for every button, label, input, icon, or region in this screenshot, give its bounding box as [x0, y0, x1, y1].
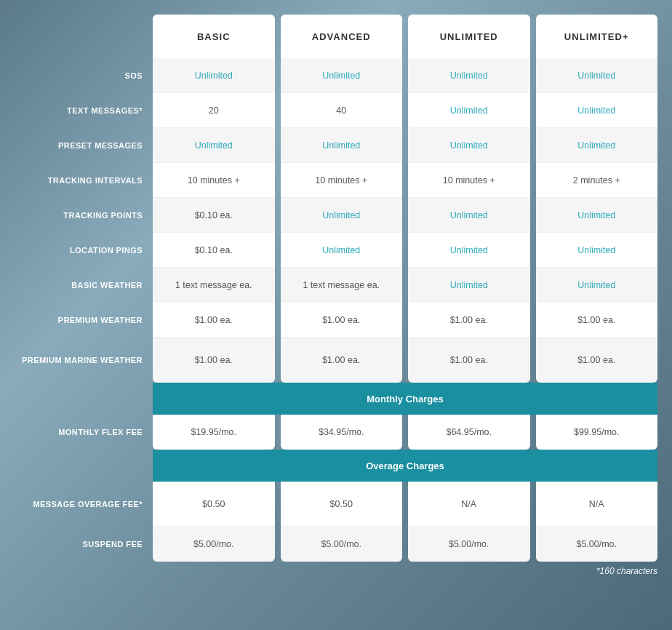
data-cell: $0.10 ea. [153, 198, 275, 233]
plan-header-unlimited: UNLIMITED [408, 15, 530, 58]
data-cell: Unlimited [536, 233, 658, 268]
row-label: MONTHLY FLEX FEE [15, 415, 153, 450]
data-rows: SOSUnlimitedUnlimitedUnlimitedUnlimitedT… [15, 58, 657, 383]
data-cell: Unlimited [536, 198, 658, 233]
row-label: PREMIUM MARINE WEATHER [15, 338, 153, 383]
data-cell: $0.10 ea. [153, 233, 275, 268]
table-row: TRACKING INTERVALS10 minutes +10 minutes… [15, 163, 657, 198]
monthly-header-label: Monthly Charges [153, 385, 657, 413]
data-cell: Unlimited [536, 128, 658, 163]
plan-header-cells: BASIC ADVANCED UNLIMITED UNLIMITED+ [153, 15, 657, 58]
row-cells: $1.00 ea.$1.00 ea.$1.00 ea.$1.00 ea. [153, 338, 657, 383]
data-cell: $5.00/mo. [281, 527, 403, 562]
row-cells: UnlimitedUnlimitedUnlimitedUnlimited [153, 58, 657, 93]
table-row: PRESET MESSAGESUnlimitedUnlimitedUnlimit… [15, 128, 657, 163]
data-cell: $99.95/mo. [536, 415, 658, 450]
data-cell: $1.00 ea. [281, 338, 403, 383]
footnote-text: *160 characters [596, 566, 657, 576]
row-label: MESSAGE OVERAGE FEE* [15, 482, 153, 527]
data-cell: 2 minutes + [536, 163, 658, 198]
data-cell: $1.00 ea. [408, 303, 530, 338]
row-cells: $19.95/mo.$34.95/mo.$64.95/mo.$99.95/mo. [153, 415, 657, 450]
data-cell: 10 minutes + [153, 163, 275, 198]
row-cells: 2040UnlimitedUnlimited [153, 93, 657, 128]
plan-header-advanced: ADVANCED [281, 15, 403, 58]
table-row: MONTHLY FLEX FEE$19.95/mo.$34.95/mo.$64.… [15, 415, 657, 450]
data-cell: 40 [281, 93, 403, 128]
data-cell: $1.00 ea. [536, 303, 658, 338]
data-cell: N/A [536, 482, 658, 527]
data-cell: $64.95/mo. [408, 415, 530, 450]
data-cell: $34.95/mo. [281, 415, 403, 450]
data-cell: Unlimited [536, 58, 658, 93]
row-cells: 1 text message ea.1 text message ea.Unli… [153, 268, 657, 303]
monthly-label-spacer [15, 383, 153, 415]
data-cell: $1.00 ea. [408, 338, 530, 383]
monthly-section-header-row: Monthly Charges [15, 383, 657, 415]
data-cell: $5.00/mo. [536, 527, 658, 562]
data-cell: Unlimited [153, 128, 275, 163]
table-row: MESSAGE OVERAGE FEE*$0.50$0.50N/AN/A [15, 482, 657, 527]
data-cell: N/A [408, 482, 530, 527]
overage-section-header-row: Overage Charges [15, 450, 657, 482]
data-cell: Unlimited [408, 128, 530, 163]
data-cell: Unlimited [153, 58, 275, 93]
data-cell: Unlimited [408, 268, 530, 303]
row-label: TRACKING POINTS [15, 198, 153, 233]
header-spacer [15, 15, 153, 58]
table-row: SUSPEND FEE$5.00/mo.$5.00/mo.$5.00/mo.$5… [15, 527, 657, 562]
row-label: BASIC WEATHER [15, 268, 153, 303]
data-cell: $1.00 ea. [281, 303, 403, 338]
data-cell: Unlimited [536, 268, 658, 303]
table-row: LOCATION PINGS$0.10 ea.UnlimitedUnlimite… [15, 233, 657, 268]
row-cells: $0.10 ea.UnlimitedUnlimitedUnlimited [153, 233, 657, 268]
data-cell: Unlimited [408, 198, 530, 233]
overage-rows: MESSAGE OVERAGE FEE*$0.50$0.50N/AN/ASUSP… [15, 482, 657, 562]
table-row: SOSUnlimitedUnlimitedUnlimitedUnlimited [15, 58, 657, 93]
overage-header-label: Overage Charges [153, 452, 657, 480]
row-label: PRESET MESSAGES [15, 128, 153, 163]
data-cell: Unlimited [281, 233, 403, 268]
row-cells: $1.00 ea.$1.00 ea.$1.00 ea.$1.00 ea. [153, 303, 657, 338]
row-cells: UnlimitedUnlimitedUnlimitedUnlimited [153, 128, 657, 163]
data-cell: 1 text message ea. [281, 268, 403, 303]
table-row: TRACKING POINTS$0.10 ea.UnlimitedUnlimit… [15, 198, 657, 233]
data-cell: Unlimited [408, 58, 530, 93]
plan-headers-row: BASIC ADVANCED UNLIMITED UNLIMITED+ [15, 15, 657, 58]
data-cell: Unlimited [408, 93, 530, 128]
table-row: BASIC WEATHER1 text message ea.1 text me… [15, 268, 657, 303]
table-row: PREMIUM MARINE WEATHER$1.00 ea.$1.00 ea.… [15, 338, 657, 383]
data-cell: 10 minutes + [281, 163, 403, 198]
data-cell: $1.00 ea. [536, 338, 658, 383]
row-label: TRACKING INTERVALS [15, 163, 153, 198]
monthly-rows: MONTHLY FLEX FEE$19.95/mo.$34.95/mo.$64.… [15, 415, 657, 450]
data-cell: 10 minutes + [408, 163, 530, 198]
plan-header-unlimited-plus: UNLIMITED+ [536, 15, 658, 58]
data-cell: Unlimited [281, 128, 403, 163]
data-cell: $1.00 ea. [153, 303, 275, 338]
row-label: SUSPEND FEE [15, 527, 153, 562]
row-cells: $0.10 ea.UnlimitedUnlimitedUnlimited [153, 198, 657, 233]
data-cell: $19.95/mo. [153, 415, 275, 450]
row-cells: $0.50$0.50N/AN/A [153, 482, 657, 527]
data-cell: $5.00/mo. [408, 527, 530, 562]
plan-header-basic: BASIC [153, 15, 275, 58]
overage-section-cells: Overage Charges [153, 450, 657, 482]
row-label: SOS [15, 58, 153, 93]
overage-label-spacer [15, 450, 153, 482]
row-label: TEXT MESSAGES* [15, 93, 153, 128]
row-cells: 10 minutes +10 minutes +10 minutes +2 mi… [153, 163, 657, 198]
data-cell: Unlimited [536, 93, 658, 128]
data-cell: 1 text message ea. [153, 268, 275, 303]
footnote-area: *160 characters [15, 562, 657, 576]
row-label: LOCATION PINGS [15, 233, 153, 268]
table-row: TEXT MESSAGES*2040UnlimitedUnlimited [15, 93, 657, 128]
data-cell: $0.50 [281, 482, 403, 527]
data-cell: Unlimited [281, 58, 403, 93]
table-row: PREMIUM WEATHER$1.00 ea.$1.00 ea.$1.00 e… [15, 303, 657, 338]
data-cell: $5.00/mo. [153, 527, 275, 562]
data-cell: Unlimited [281, 198, 403, 233]
data-cell: Unlimited [408, 233, 530, 268]
data-cell: 20 [153, 93, 275, 128]
row-label: PREMIUM WEATHER [15, 303, 153, 338]
